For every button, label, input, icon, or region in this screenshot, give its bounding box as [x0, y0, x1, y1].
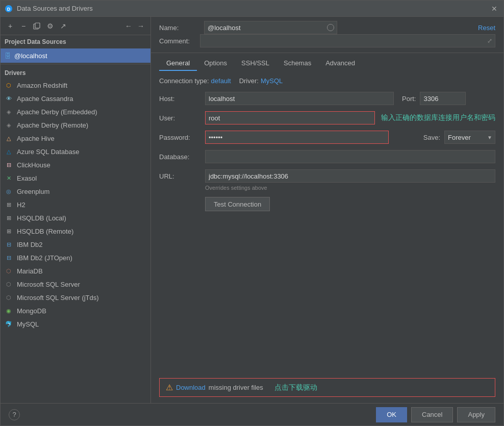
driver-icon: ◈ — [5, 121, 13, 129]
driver-item[interactable]: ⬡Microsoft SQL Server (jTds) — [1, 291, 150, 304]
driver-name: Apache Derby (Remote) — [17, 121, 88, 129]
driver-link[interactable]: MySQL — [261, 77, 283, 85]
driver-icon: ⬡ — [5, 280, 13, 288]
driver-item[interactable]: 👁Apache Cassandra — [1, 92, 150, 105]
remove-button[interactable]: − — [18, 20, 29, 32]
driver-item[interactable]: △Azure SQL Database — [1, 145, 150, 158]
tab-advanced[interactable]: Advanced — [318, 56, 362, 71]
driver-name: HSQLDB (Remote) — [17, 228, 73, 235]
download-annotation: 点击下载驱动 — [274, 383, 317, 392]
dialog: D Data Sources and Drivers ✕ + − ⚙ ↗ — [0, 0, 504, 426]
duplicate-button[interactable] — [31, 20, 42, 32]
name-input[interactable] — [204, 21, 337, 34]
overrides-text: Overrides settings above — [205, 185, 495, 191]
driver-name: Exasol — [17, 174, 37, 182]
driver-item[interactable]: △Apache Hive — [1, 132, 150, 145]
help-button[interactable]: ? — [9, 409, 20, 420]
reset-link[interactable]: Reset — [478, 24, 495, 32]
datasource-item-localhost[interactable]: 🗄 @localhost — [1, 48, 150, 63]
main-content: + − ⚙ ↗ ← → Project Data Sources — [1, 17, 503, 403]
driver-item[interactable]: ◉MongoDB — [1, 304, 150, 317]
test-connection-button[interactable]: Test Connection — [205, 197, 270, 211]
tab-general[interactable]: General — [159, 56, 197, 71]
driver-item[interactable]: ⬡MariaDB — [1, 264, 150, 278]
datasources-list: 🗄 @localhost — [1, 48, 150, 63]
driver-item[interactable]: ⬡Microsoft SQL Server — [1, 278, 150, 291]
driver-item[interactable]: ◈Apache Derby (Remote) — [1, 118, 150, 132]
download-text: missing driver files — [209, 384, 263, 391]
tab-schemas[interactable]: Schemas — [276, 56, 318, 71]
settings-button[interactable]: ⚙ — [44, 20, 56, 32]
dialog-title: Data Sources and Drivers — [17, 5, 489, 12]
comment-expand-icon: ⤢ — [487, 37, 492, 44]
port-input[interactable] — [420, 92, 466, 105]
database-row: Database: — [159, 150, 495, 163]
driver-icon: ⊟ — [5, 254, 13, 262]
driver-name: MariaDB — [17, 267, 43, 275]
driver-icon: ✕ — [5, 174, 13, 182]
warning-icon: ⚠ — [166, 383, 173, 392]
ok-button[interactable]: OK — [376, 407, 407, 422]
driver-icon: ⊟ — [5, 240, 13, 248]
close-button[interactable]: ✕ — [489, 4, 499, 14]
driver-item[interactable]: 🐬MySQL — [1, 317, 150, 331]
forward-button[interactable]: → — [135, 20, 146, 32]
back-button[interactable]: ← — [123, 20, 134, 32]
driver-icon: ◈ — [5, 108, 13, 116]
download-banner: ⚠ Download missing driver files 点击下载驱动 — [159, 378, 495, 397]
port-label: Port: — [402, 95, 416, 103]
tabs-row: General Options SSH/SSL Schemas Advanced — [151, 53, 503, 71]
connection-type-link[interactable]: default — [211, 77, 231, 85]
driver-name: Greenplum — [17, 188, 49, 195]
tab-options[interactable]: Options — [197, 56, 234, 71]
driver-item[interactable]: ⊞HSQLDB (Remote) — [1, 224, 150, 238]
driver-item[interactable]: ✕Exasol — [1, 171, 150, 185]
driver-item[interactable]: ⬡Amazon Redshift — [1, 79, 150, 92]
host-port-row: Host: Port: — [159, 92, 495, 105]
driver-item[interactable]: ⊟IBM Db2 — [1, 238, 150, 251]
driver-name: Apache Cassandra — [17, 95, 73, 103]
app-icon: D — [5, 5, 13, 13]
url-label: URL: — [159, 172, 205, 180]
password-label: Password: — [159, 134, 205, 141]
comment-input[interactable] — [200, 34, 495, 47]
driver-icon: 👁 — [5, 94, 13, 103]
right-body: Connection type: default Driver: MySQL H… — [151, 71, 503, 403]
move-button[interactable]: ↗ — [58, 20, 69, 32]
user-input[interactable] — [205, 111, 375, 124]
driver-item[interactable]: ◎Greenplum — [1, 185, 150, 198]
driver-item[interactable]: ◈Apache Derby (Embedded) — [1, 105, 150, 118]
apply-button[interactable]: Apply — [457, 407, 495, 422]
nav-buttons: ← → — [123, 20, 146, 32]
svg-rect-3 — [35, 23, 40, 28]
driver-icon: ⊟ — [5, 161, 13, 169]
driver-icon: ◎ — [5, 187, 13, 195]
driver-name: Apache Hive — [17, 135, 55, 142]
driver-item[interactable]: ⊞H2 — [1, 198, 150, 211]
driver-item[interactable]: ⊟IBM Db2 (JTOpen) — [1, 251, 150, 264]
save-wrap: Save: Forever Until restart Never ▼ — [423, 131, 495, 144]
save-select[interactable]: Forever Until restart Never — [444, 131, 495, 144]
connection-type-label: Connection type: — [159, 77, 209, 85]
cancel-button[interactable]: Cancel — [411, 407, 453, 422]
database-input[interactable] — [205, 150, 495, 163]
url-row: URL: — [159, 169, 495, 183]
driver-name: Azure SQL Database — [17, 148, 79, 156]
name-input-wrap — [204, 21, 337, 34]
driver-item[interactable]: ⊟ClickHouse — [1, 158, 150, 171]
password-row: Password: Save: Forever Until restart Ne… — [159, 131, 495, 144]
url-input[interactable] — [205, 169, 495, 183]
name-row: Name: Reset — [159, 21, 495, 34]
download-link[interactable]: Download — [176, 384, 206, 391]
driver-icon: ⊞ — [5, 214, 13, 222]
driver-icon: ⊞ — [5, 201, 13, 209]
name-indicator — [327, 24, 334, 31]
tab-ssh-ssl[interactable]: SSH/SSL — [234, 56, 276, 71]
password-input[interactable] — [205, 131, 389, 144]
driver-item[interactable]: ⊞HSQLDB (Local) — [1, 211, 150, 224]
host-input[interactable] — [205, 92, 394, 105]
add-button[interactable]: + — [5, 20, 16, 32]
datasource-icon: 🗄 — [5, 52, 11, 60]
driver-name: HSQLDB (Local) — [17, 214, 66, 222]
right-header: Name: Reset Comment: ⤢ — [151, 17, 503, 53]
